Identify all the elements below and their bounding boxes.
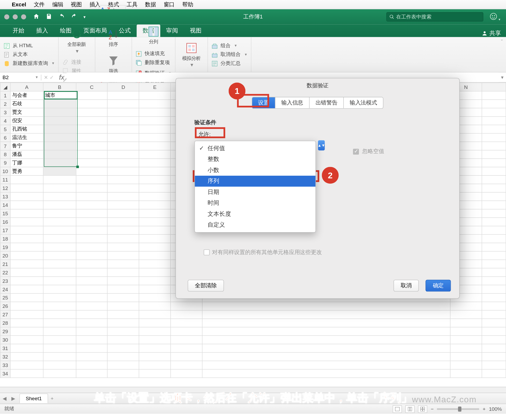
row-header[interactable]: 2 <box>0 100 10 108</box>
col-header-C[interactable]: C <box>76 83 108 91</box>
cell[interactable] <box>139 344 171 352</box>
cell[interactable] <box>482 159 506 167</box>
cell[interactable] <box>76 293 108 302</box>
cell[interactable] <box>43 352 76 361</box>
cell[interactable]: 贾文 <box>10 108 43 117</box>
cell[interactable] <box>139 159 171 167</box>
cell[interactable] <box>171 319 202 327</box>
sort-button[interactable]: AZ 排序 <box>99 26 128 49</box>
cell[interactable] <box>450 344 482 352</box>
cell[interactable] <box>76 209 108 218</box>
cell[interactable] <box>107 209 139 218</box>
cell[interactable] <box>76 167 108 175</box>
cell[interactable] <box>139 336 171 344</box>
cell[interactable] <box>43 293 76 302</box>
cell[interactable] <box>139 285 171 293</box>
cell[interactable] <box>107 167 139 175</box>
cell[interactable] <box>202 327 450 336</box>
cell[interactable] <box>107 175 139 184</box>
row-header[interactable]: 13 <box>0 192 10 201</box>
cell[interactable] <box>139 293 171 302</box>
cell[interactable] <box>43 142 76 150</box>
cell[interactable] <box>139 133 171 142</box>
cell[interactable] <box>139 251 171 260</box>
cell[interactable] <box>107 108 139 117</box>
cell[interactable] <box>43 201 76 209</box>
row-header[interactable]: 4 <box>0 117 10 125</box>
cell[interactable] <box>43 310 76 319</box>
cell[interactable] <box>10 201 43 209</box>
cell[interactable] <box>107 91 139 100</box>
share-button[interactable]: 共享 <box>482 30 501 37</box>
cell[interactable] <box>76 268 108 276</box>
cell[interactable] <box>76 150 108 159</box>
collapse-ribbon-icon[interactable]: ˇ <box>498 37 506 72</box>
row-header[interactable]: 15 <box>0 209 10 218</box>
home-icon[interactable] <box>33 13 40 21</box>
zoom-value[interactable]: 100% <box>489 406 502 412</box>
cell[interactable] <box>139 117 171 125</box>
cell[interactable] <box>107 336 139 344</box>
cell[interactable] <box>10 285 43 293</box>
row-header[interactable]: 1 <box>0 91 10 100</box>
row-header[interactable]: 9 <box>0 159 10 167</box>
cell[interactable] <box>107 251 139 260</box>
cell[interactable] <box>76 192 108 201</box>
cell[interactable] <box>76 117 108 125</box>
cell[interactable] <box>107 361 139 369</box>
name-box[interactable]: B2▼ <box>0 74 41 80</box>
text-to-columns-button[interactable]: 分列 <box>135 23 172 47</box>
cell[interactable] <box>139 352 171 361</box>
cell[interactable] <box>482 150 506 159</box>
row-header[interactable]: 3 <box>0 108 10 117</box>
menu-view[interactable]: 视图 <box>71 1 82 8</box>
row-header[interactable]: 11 <box>0 175 10 184</box>
menu-window[interactable]: 窗口 <box>164 1 175 8</box>
cell[interactable] <box>76 352 108 361</box>
cell[interactable] <box>76 100 108 108</box>
row-header[interactable]: 25 <box>0 293 10 302</box>
cell[interactable] <box>43 327 76 336</box>
expand-formula-icon[interactable]: ▼ <box>499 75 506 80</box>
cell[interactable] <box>10 226 43 235</box>
row-header[interactable]: 33 <box>0 361 10 369</box>
col-header-E[interactable]: E <box>139 83 171 91</box>
cell[interactable] <box>202 319 450 327</box>
cell[interactable] <box>139 276 171 285</box>
col-header-D[interactable]: D <box>107 83 139 91</box>
row-header[interactable]: 10 <box>0 167 10 175</box>
cell[interactable] <box>43 235 76 243</box>
cell[interactable] <box>10 175 43 184</box>
cell[interactable] <box>43 319 76 327</box>
undo-icon[interactable] <box>58 13 65 21</box>
option-custom[interactable]: 自定义 <box>195 219 316 231</box>
cell[interactable] <box>107 369 139 378</box>
row-header[interactable]: 21 <box>0 260 10 268</box>
cell[interactable] <box>107 235 139 243</box>
cell[interactable] <box>76 175 108 184</box>
cell[interactable] <box>202 344 450 352</box>
cell[interactable] <box>171 336 202 344</box>
page-layout-view-icon[interactable] <box>405 405 415 413</box>
refresh-all-button[interactable]: 全部刷新▼ <box>62 26 92 55</box>
cell[interactable]: 与会者 <box>10 91 43 100</box>
cell[interactable] <box>10 209 43 218</box>
cell[interactable] <box>43 285 76 293</box>
cell[interactable] <box>10 243 43 251</box>
cell[interactable] <box>107 125 139 133</box>
cell[interactable] <box>76 133 108 142</box>
qat-more-icon[interactable]: ▾ <box>83 15 86 19</box>
row-header[interactable]: 28 <box>0 319 10 327</box>
cell[interactable] <box>482 352 506 361</box>
cell[interactable] <box>107 150 139 159</box>
window-controls[interactable] <box>0 14 30 19</box>
cell[interactable] <box>482 276 506 285</box>
option-list[interactable]: 序列 <box>195 176 316 187</box>
cell[interactable] <box>10 336 43 344</box>
cell[interactable] <box>482 226 506 235</box>
cell[interactable] <box>107 133 139 142</box>
cell[interactable] <box>76 276 108 285</box>
cell[interactable] <box>482 310 506 319</box>
option-time[interactable]: 时间 <box>195 198 316 209</box>
cell[interactable] <box>107 302 139 310</box>
